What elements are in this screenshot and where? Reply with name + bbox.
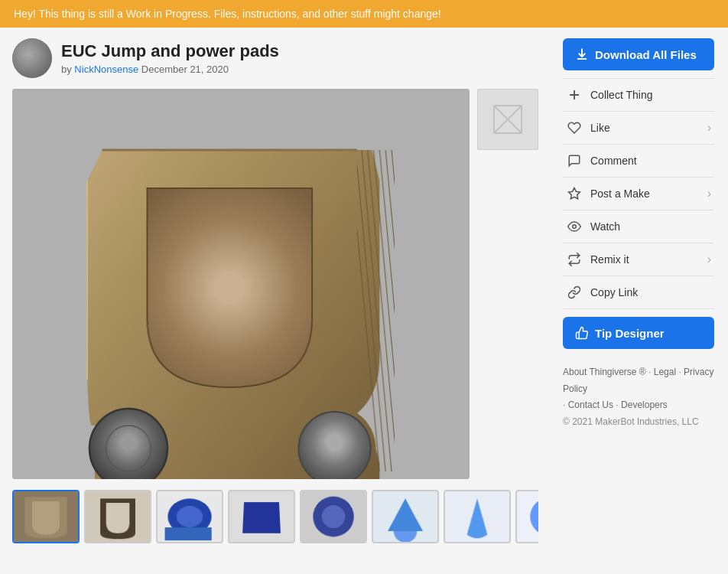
thing-header: EUC Jump and power pads by NickNonsense … — [12, 38, 538, 78]
collect-label: Collect Thing — [590, 89, 711, 101]
wip-banner: Hey! This thing is still a Work in Progr… — [0, 0, 728, 28]
thing-title: EUC Jump and power pads — [61, 41, 279, 61]
remix-icon — [566, 253, 583, 266]
like-label: Like — [590, 122, 700, 134]
developers-link[interactable]: Developers — [621, 400, 668, 410]
copy-link-action[interactable]: Copy Link — [563, 276, 714, 309]
thumbnail-6[interactable] — [372, 490, 439, 543]
thumbnail-8[interactable] — [515, 490, 538, 543]
footer-links: About Thingiverse ® · Legal · Privacy Po… — [563, 364, 714, 430]
remix-arrow: › — [707, 253, 711, 266]
plus-icon — [566, 88, 583, 102]
comment-label: Comment — [590, 155, 711, 167]
remix-label: Remix it — [590, 253, 700, 266]
download-icon — [575, 47, 589, 61]
author-link[interactable]: NickNonsense — [74, 64, 138, 75]
comment-icon — [566, 154, 583, 168]
banner-text: Hey! This thing is still a Work in Progr… — [14, 8, 441, 20]
post-make-action[interactable]: Post a Make › — [563, 178, 714, 210]
tip-label: Tip Designer — [595, 327, 665, 340]
about-link[interactable]: About Thingiverse ® — [563, 367, 646, 377]
thumbnail-3[interactable] — [156, 490, 223, 543]
svg-marker-5 — [569, 188, 580, 199]
thing-title-block: EUC Jump and power pads by NickNonsense … — [61, 41, 279, 74]
collect-action[interactable]: Collect Thing — [563, 78, 714, 112]
download-all-button[interactable]: Download All Files — [563, 38, 714, 70]
like-arrow: › — [707, 121, 711, 135]
content-area: EUC Jump and power pads by NickNonsense … — [0, 28, 551, 557]
tip-icon — [575, 326, 589, 340]
tip-designer-button[interactable]: Tip Designer — [563, 317, 714, 349]
download-label: Download All Files — [595, 48, 697, 61]
side-thumb-stack — [477, 89, 538, 479]
thumbnail-1[interactable] — [12, 490, 80, 543]
main-image[interactable] — [12, 89, 470, 479]
legal-link[interactable]: Legal — [654, 367, 676, 377]
copyright: © 2021 MakerBot Industries, LLC — [563, 416, 699, 427]
remix-action[interactable]: Remix it › — [563, 243, 714, 276]
svg-point-6 — [573, 225, 577, 229]
avatar — [12, 38, 52, 78]
side-thumbnail[interactable] — [477, 89, 538, 150]
thing-meta: by NickNonsense December 21, 2020 — [61, 64, 279, 75]
watch-action[interactable]: Watch — [563, 210, 714, 243]
heart-icon — [566, 121, 583, 135]
image-gallery — [12, 89, 538, 479]
thumbnail-7[interactable] — [444, 490, 511, 543]
eye-icon — [566, 220, 583, 233]
make-arrow: › — [707, 187, 711, 201]
make-icon — [566, 187, 583, 201]
thumbnail-4[interactable] — [228, 490, 295, 543]
watch-label: Watch — [590, 220, 711, 233]
sidebar: Download All Files Collect Thing Like › — [551, 28, 726, 557]
post-make-label: Post a Make — [590, 188, 700, 200]
thumbnails-row — [12, 487, 538, 546]
contact-link[interactable]: Contact Us — [568, 400, 613, 410]
copy-link-label: Copy Link — [590, 286, 711, 298]
like-action[interactable]: Like › — [563, 112, 714, 145]
thumbnail-5[interactable] — [300, 490, 367, 543]
thumbnail-2[interactable] — [84, 490, 151, 543]
comment-action[interactable]: Comment — [563, 145, 714, 178]
link-icon — [566, 285, 583, 299]
